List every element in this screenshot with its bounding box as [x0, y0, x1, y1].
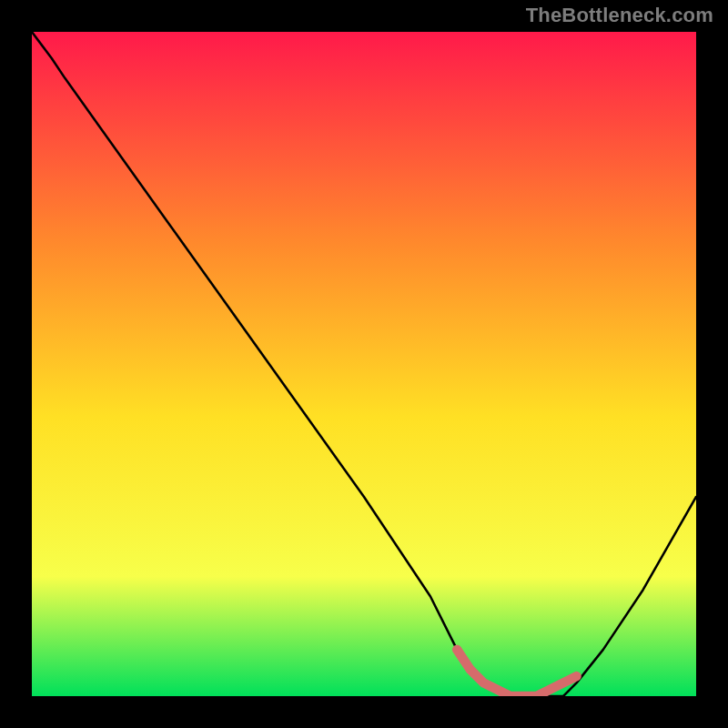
- watermark-text: TheBottleneck.com: [526, 4, 713, 27]
- bottleneck-chart: [32, 32, 696, 696]
- chart-frame: TheBottleneck.com: [0, 0, 728, 728]
- gradient-background: [32, 32, 696, 696]
